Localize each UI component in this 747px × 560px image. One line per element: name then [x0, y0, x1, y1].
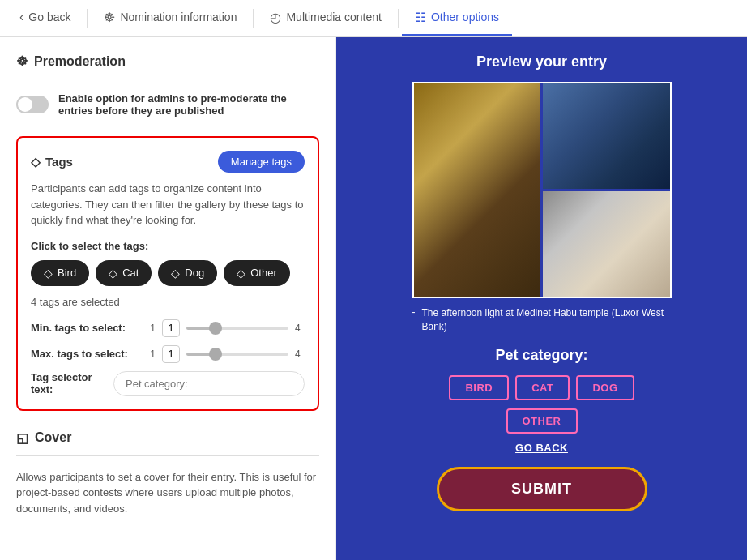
nomination-label: Nomination information [120, 11, 237, 24]
tag-other-button[interactable]: ◇ Other [224, 260, 290, 286]
preview-title: Preview your entry [476, 53, 607, 71]
photo-main [414, 83, 541, 297]
tag-other-label: Other [250, 267, 277, 279]
go-back-link[interactable]: GO BACK [515, 442, 568, 454]
max-tags-thumb [209, 348, 222, 361]
pet-tags-grid-2: OTHER [506, 408, 578, 434]
min-left-number: 1 [143, 323, 156, 334]
min-tags-thumb [209, 322, 222, 335]
tag-other-icon: ◇ [237, 267, 245, 280]
tag-cat-label: Cat [122, 267, 139, 279]
premoderation-toggle[interactable] [16, 96, 49, 113]
premoderation-divider [16, 79, 319, 79]
nav-back-button[interactable]: ‹ Go back [6, 0, 83, 36]
photo-top-right [543, 83, 670, 189]
submit-button[interactable]: SUBMIT [437, 467, 647, 511]
nav-divider-1 [87, 9, 88, 28]
pet-tag-other[interactable]: OTHER [506, 408, 578, 434]
tags-title: ◇ Tags [31, 155, 73, 169]
manage-tags-button[interactable]: Manage tags [218, 151, 305, 173]
min-tags-label: Min. tags to select: [31, 322, 136, 334]
photo-grid [412, 82, 672, 298]
photo-caption-text: The afternoon light at Medinet Habu temp… [422, 306, 672, 334]
tag-selector-input[interactable] [113, 371, 305, 396]
pet-tag-dog[interactable]: DOG [576, 375, 634, 400]
tag-dog-label: Dog [185, 267, 204, 279]
cover-section: ◱ Cover Allows participants to set a cov… [16, 427, 319, 517]
max-tags-slider[interactable] [186, 353, 288, 356]
tag-cat-icon: ◇ [109, 267, 117, 280]
max-right-number: 4 [295, 348, 305, 360]
tags-description: Participants can add tags to organize co… [31, 181, 305, 229]
main-content: ☸ Premoderation Enable option for admins… [0, 37, 747, 560]
nav-nomination[interactable]: ☸ Nomination information [91, 0, 250, 36]
caption-dash: - [412, 306, 416, 318]
cover-icon: ◱ [16, 430, 28, 446]
tag-bird-icon: ◇ [44, 267, 53, 280]
max-left-number: 1 [143, 348, 156, 360]
cover-description: Allows participants to set a cover for t… [16, 469, 319, 517]
tags-icon: ◇ [31, 155, 41, 169]
other-options-icon: ☷ [415, 10, 426, 25]
min-right-number: 4 [295, 323, 305, 334]
pet-tag-cat[interactable]: CAT [515, 375, 570, 400]
nav-multimedia[interactable]: ◴ Multimedia content [257, 0, 395, 36]
tag-dog-icon: ◇ [171, 267, 180, 280]
nomination-icon: ☸ [104, 10, 115, 25]
premoderation-section-title: ☸ Premoderation [16, 53, 319, 69]
toggle-row: Enable option for admins to pre-moderate… [16, 92, 319, 117]
multimedia-label: Multimedia content [286, 11, 382, 24]
min-tags-slider[interactable] [186, 327, 288, 330]
max-tags-row: Max. tags to select: 1 4 [31, 345, 305, 363]
nav-divider-3 [398, 9, 399, 28]
pet-tag-bird[interactable]: BIRD [449, 375, 509, 400]
tag-bird-label: Bird [58, 267, 76, 279]
photo-caption-row: - The afternoon light at Medinet Habu te… [412, 306, 672, 334]
other-options-label: Other options [431, 11, 499, 24]
premoderation-icon: ☸ [16, 53, 28, 69]
min-tags-input[interactable] [162, 319, 180, 337]
left-panel: ☸ Premoderation Enable option for admins… [0, 37, 336, 560]
back-arrow-icon: ‹ [19, 10, 23, 24]
cover-divider [16, 455, 319, 456]
tag-selector-row: Tag selector text: [31, 371, 305, 396]
multimedia-icon: ◴ [270, 10, 281, 25]
tags-selected-info: 4 tags are selected [31, 296, 305, 308]
min-tags-row: Min. tags to select: 1 4 [31, 319, 305, 337]
nav-other-options[interactable]: ☷ Other options [402, 0, 512, 36]
tags-click-label: Click to select the tags: [31, 240, 305, 252]
tags-section: ◇ Tags Manage tags Participants can add … [16, 136, 319, 411]
tag-selector-label: Tag selector text: [31, 371, 104, 395]
tag-buttons-container: ◇ Bird ◇ Cat ◇ Dog ◇ Other [31, 260, 305, 286]
max-tags-input[interactable] [162, 345, 180, 363]
nav-divider-2 [253, 9, 254, 28]
max-tags-label: Max. tags to select: [31, 348, 136, 360]
right-panel: Preview your entry - The afternoon light… [336, 37, 747, 560]
tags-header: ◇ Tags Manage tags [31, 151, 305, 173]
pet-category-title: Pet category: [495, 347, 587, 364]
toggle-label: Enable option for admins to pre-moderate… [58, 92, 319, 117]
top-navigation: ‹ Go back ☸ Nomination information ◴ Mul… [0, 0, 747, 37]
cover-section-title: ◱ Cover [16, 430, 319, 446]
back-label: Go back [28, 11, 70, 24]
photo-bottom-right [543, 191, 670, 297]
tag-bird-button[interactable]: ◇ Bird [31, 260, 89, 286]
tag-dog-button[interactable]: ◇ Dog [158, 260, 217, 286]
tag-cat-button[interactable]: ◇ Cat [96, 260, 152, 286]
pet-tags-grid: BIRD CAT DOG [449, 375, 634, 400]
